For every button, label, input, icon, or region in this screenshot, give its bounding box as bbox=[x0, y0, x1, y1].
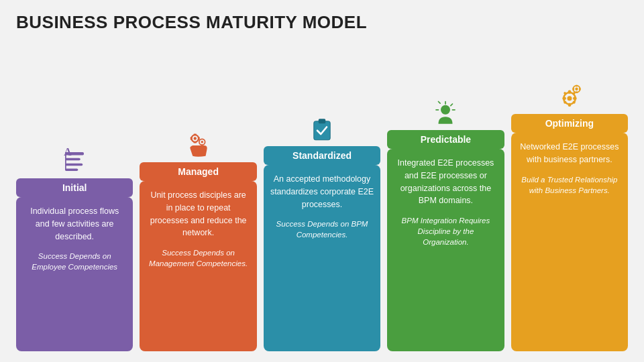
optimizing-label: Optimizing bbox=[511, 114, 628, 133]
person-star-icon bbox=[431, 99, 460, 127]
column-predictable: Predictable Integrated E2E processes and… bbox=[387, 83, 504, 351]
page-container: BUSINESS PROCESS MATURITY MODEL A Initia… bbox=[0, 0, 644, 362]
icon-area-optimizing bbox=[555, 63, 584, 111]
initial-label: Initial bbox=[16, 178, 133, 197]
standardized-label: Standardized bbox=[264, 146, 380, 165]
predictable-label: Predictable bbox=[387, 130, 504, 149]
clipboard-check-icon bbox=[308, 115, 336, 143]
svg-rect-11 bbox=[193, 141, 196, 143]
svg-rect-14 bbox=[314, 121, 331, 140]
svg-rect-1 bbox=[65, 158, 80, 161]
svg-point-34 bbox=[575, 88, 578, 90]
column-standardized: Standardized An accepted methodology sta… bbox=[264, 103, 380, 351]
predictable-italic-text: BPM Integration Requires Discipline by t… bbox=[394, 215, 497, 247]
svg-point-24 bbox=[567, 96, 572, 101]
optimizing-content: Networked E2E processes with business pa… bbox=[511, 133, 628, 351]
svg-point-17 bbox=[441, 105, 450, 115]
standardized-main-text: An accepted methodology standardizes cor… bbox=[270, 173, 374, 210]
svg-rect-27 bbox=[562, 97, 566, 100]
svg-rect-5 bbox=[65, 169, 78, 172]
page-title: BUSINESS PROCESS MATURITY MODEL bbox=[16, 12, 628, 33]
columns-container: A Initial Individual process flows and f… bbox=[16, 45, 628, 351]
svg-rect-28 bbox=[573, 97, 576, 100]
managed-label: Managed bbox=[140, 162, 256, 181]
predictable-main-text: Integrated E2E processes and E2E process… bbox=[394, 157, 497, 207]
svg-rect-26 bbox=[568, 103, 571, 107]
predictable-content: Integrated E2E processes and E2E process… bbox=[387, 149, 504, 351]
svg-point-7 bbox=[193, 137, 196, 139]
gear-settings-icon bbox=[555, 83, 584, 111]
svg-rect-25 bbox=[568, 90, 571, 94]
svg-rect-37 bbox=[572, 88, 574, 90]
text-align-icon: A bbox=[60, 147, 89, 176]
managed-italic-text: Success Depends on Management Competenci… bbox=[146, 247, 250, 269]
icon-area-standardized bbox=[308, 103, 336, 143]
optimizing-main-text: Networked E2E processes with business pa… bbox=[518, 141, 621, 166]
standardized-content: An accepted methodology standardizes cor… bbox=[264, 165, 380, 351]
svg-rect-13 bbox=[198, 137, 200, 139]
icon-area-managed bbox=[184, 123, 213, 160]
svg-rect-29 bbox=[563, 91, 567, 95]
column-initial: A Initial Individual process flows and f… bbox=[16, 143, 133, 351]
svg-rect-36 bbox=[576, 91, 578, 93]
svg-line-19 bbox=[451, 104, 453, 106]
icon-area-predictable bbox=[431, 83, 460, 127]
svg-rect-12 bbox=[190, 137, 192, 139]
column-managed: Managed Unit process disciples are in pl… bbox=[140, 123, 256, 351]
managed-main-text: Unit process disciples are in place to r… bbox=[146, 189, 250, 239]
svg-rect-10 bbox=[193, 134, 196, 136]
svg-line-21 bbox=[439, 102, 441, 104]
gears-hand-icon bbox=[184, 131, 213, 160]
svg-rect-2 bbox=[65, 164, 83, 166]
icon-area-initial: A bbox=[60, 143, 89, 176]
column-optimizing: Optimizing Networked E2E processes with … bbox=[511, 63, 628, 351]
standardized-italic-text: Success Depends on BPM Competencies. bbox=[270, 219, 374, 240]
svg-point-9 bbox=[201, 141, 203, 143]
svg-rect-4 bbox=[65, 152, 66, 170]
svg-rect-35 bbox=[576, 85, 578, 87]
initial-italic-text: Success Depends on Employee Competencies bbox=[23, 251, 126, 272]
svg-rect-38 bbox=[579, 88, 581, 90]
initial-content: Individual process flows and few activit… bbox=[16, 197, 133, 351]
managed-content: Unit process disciples are in place to r… bbox=[140, 181, 256, 351]
optimizing-italic-text: Build a Trusted Relationship with Busine… bbox=[518, 174, 621, 196]
initial-main-text: Individual process flows and few activit… bbox=[23, 205, 126, 243]
